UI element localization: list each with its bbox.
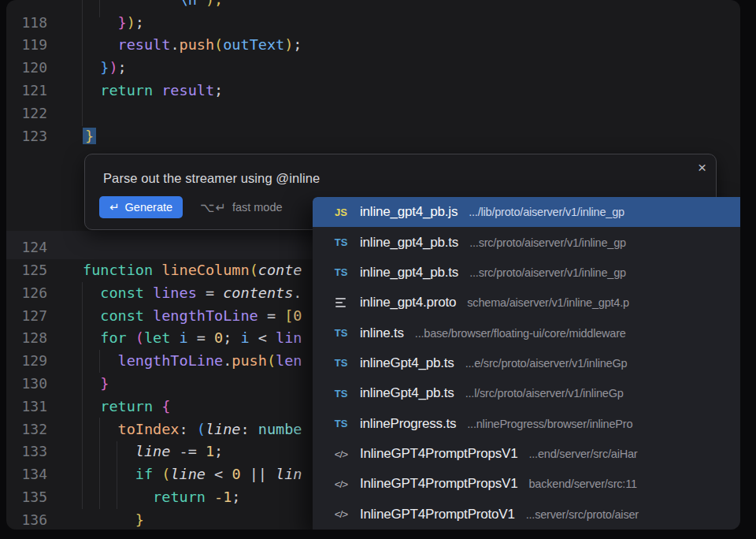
proto-file-icon (330, 298, 352, 307)
code-token: : (241, 421, 258, 437)
dropdown-item-label: inline_gpt4_pb.js (360, 204, 458, 220)
line-number: 134 (6, 463, 47, 486)
dropdown-item-label: inlineGpt4_pb.ts (360, 385, 454, 401)
line-number: 123 (6, 125, 47, 148)
dropdown-item-path: ...l/src/proto/aiserver/v1/inlineGp (465, 387, 624, 400)
code-token: < (250, 329, 276, 346)
code-token: "\n" (170, 0, 206, 8)
code-token: return (153, 489, 214, 505)
code-token: i (180, 329, 188, 346)
code-token: } (118, 14, 127, 31)
code-token: } (135, 511, 144, 528)
code-token: = (197, 284, 223, 301)
ts-file-icon: TS (330, 388, 352, 400)
code-token: lin (276, 329, 302, 346)
code-token: outText (223, 36, 284, 53)
code-partial-top-line: "\n"); (6, 0, 740, 12)
dropdown-item-path: .../lib/proto/aiserver/v1/inline_gp (469, 206, 624, 218)
ts-file-icon: TS (330, 327, 352, 339)
dropdown-item[interactable]: </>InlineGPT4PromptPropsV1backend/server… (313, 469, 740, 499)
code-token: toIndex (118, 421, 180, 437)
code-token: 0 (214, 329, 223, 346)
code-token: ) (109, 59, 117, 76)
code-token: line (135, 443, 171, 459)
line-number: 127 (6, 305, 47, 328)
code-token: 1 (206, 443, 214, 459)
ts-file-icon: TS (330, 236, 352, 248)
dropdown-item[interactable]: JSinline_gpt4_pb.js.../lib/proto/aiserve… (313, 197, 740, 227)
line-number: 128 (6, 327, 47, 350)
code-token: -1 (214, 489, 232, 505)
code-token: contents (223, 284, 293, 301)
dropdown-item-label: inline_gpt4_pb.ts (360, 235, 458, 251)
dropdown-item[interactable]: TSinline_gpt4_pb.ts...src/proto/aiserver… (313, 258, 740, 288)
line-number: 119 (6, 34, 47, 57)
editor-window: "\n"); 118});119result.push(outText);120… (6, 0, 740, 530)
code-token: < (206, 466, 232, 482)
fast-mode-hint[interactable]: ⌥↵ fast mode (200, 200, 283, 215)
ts-file-icon: TS (330, 357, 352, 369)
dropdown-item[interactable]: </>InlineGPT4PromptProtoV1...server/src/… (313, 500, 740, 530)
code-token: = (258, 307, 284, 324)
dropdown-item[interactable]: inline_gpt4.protoschema/aiserver/v1/inli… (313, 288, 740, 318)
code-token: ); (206, 0, 223, 8)
code-line: 120}); (6, 57, 740, 80)
code-token: lineColumn (161, 262, 249, 278)
code-token: ; (223, 329, 240, 346)
symbol-file-icon: </> (330, 508, 352, 520)
code-token: = (188, 329, 214, 346)
symbol-file-icon: </> (330, 448, 352, 460)
code-token: line (170, 466, 206, 482)
code-token: lin (276, 466, 302, 482)
dropdown-item-path: ...server/src/proto/aiser (526, 508, 639, 521)
code-token: let (144, 329, 180, 346)
dropdown-item[interactable]: TSinline_gpt4_pb.ts...src/proto/aiserver… (313, 227, 740, 257)
code-line: 119result.push(outText); (6, 34, 740, 57)
code-line: 123} (6, 125, 740, 148)
line-number: 131 (6, 396, 47, 418)
code-token: } (100, 375, 109, 392)
dropdown-item[interactable]: TSinlineGpt4_pb.ts...e/src/proto/aiserve… (313, 348, 740, 378)
option-return-keys-icon: ⌥↵ (200, 200, 227, 215)
code-block-top[interactable]: 118});119result.push(outText);120});121r… (6, 12, 740, 148)
code-token: . (170, 36, 179, 53)
code-token: ) (127, 14, 135, 31)
code-token: lines (153, 284, 197, 301)
line-number: 132 (6, 418, 47, 441)
screenshot-root: { "colors": { "frame_bg": "#09090b", "ed… (0, 0, 756, 539)
line-number: 125 (6, 259, 47, 282)
dropdown-item[interactable]: TSinlineProgress.ts...nlineProgress/brow… (313, 409, 740, 439)
line-number: 122 (6, 102, 47, 125)
dropdown-item[interactable]: TSinline.ts...base/browser/floating-ui/c… (313, 318, 740, 348)
dropdown-item[interactable]: TSinlineGpt4_pb.ts...l/src/proto/aiserve… (313, 378, 740, 408)
js-file-icon: JS (330, 206, 352, 218)
dropdown-item-path: ...end/server/src/aiHar (528, 448, 637, 460)
line-number: 126 (6, 282, 47, 305)
dropdown-item-label: InlineGPT4PromptProtoV1 (360, 507, 515, 522)
code-token: ; (232, 489, 240, 505)
prompt-text[interactable]: Parse out the streamer using @inline (103, 171, 320, 186)
line-number: 120 (6, 57, 47, 80)
code-token: lengthToLine (118, 352, 224, 369)
dropdown-item-label: inline_gpt4_pb.ts (360, 265, 458, 281)
line-number: 136 (6, 509, 47, 530)
code-token: ) (284, 36, 293, 53)
code-token: line (206, 421, 241, 437)
code-token: || (241, 466, 276, 482)
generate-button-label: Generate (125, 201, 172, 214)
code-token: function (83, 262, 161, 278)
code-token: ; (214, 443, 223, 459)
dropdown-item-label: inlineGpt4_pb.ts (360, 355, 454, 371)
code-line: 121return result; (6, 80, 740, 102)
dropdown-item-path: ...e/src/proto/aiserver/v1/inlineGp (465, 357, 628, 370)
dropdown-item[interactable]: </>InlineGPT4PromptPropsV1...end/server/… (313, 439, 740, 469)
line-number: 130 (6, 373, 47, 396)
code-token: conte (258, 262, 302, 278)
code-token: i (241, 329, 250, 346)
generate-button[interactable]: ↵ Generate (99, 196, 183, 218)
dropdown-item-label: inlineProgress.ts (360, 416, 456, 432)
code-token: 0 (293, 307, 302, 324)
close-icon[interactable]: × (698, 159, 706, 177)
code-token: ( (250, 262, 258, 278)
code-token: return (100, 398, 161, 414)
